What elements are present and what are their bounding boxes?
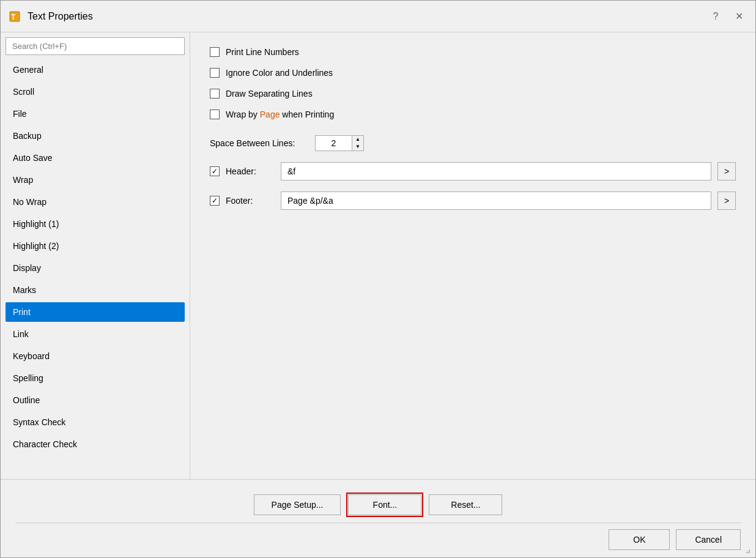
sidebar-item-link[interactable]: Link xyxy=(6,324,185,344)
help-button[interactable]: ? xyxy=(706,7,725,26)
space-between-lines-label: Space Between Lines: xyxy=(210,138,308,148)
sidebar-item-backup[interactable]: Backup xyxy=(6,126,185,146)
cancel-button[interactable]: Cancel xyxy=(676,529,741,550)
header-label: Header: xyxy=(226,166,275,176)
print-line-numbers-checkbox[interactable] xyxy=(210,47,220,57)
svg-text:T: T xyxy=(11,13,16,21)
space-between-lines-spinner: ▲ ▼ xyxy=(315,135,364,151)
sidebar-item-highlight1[interactable]: Highlight (1) xyxy=(6,214,185,234)
ignore-color-checkbox[interactable] xyxy=(210,68,220,78)
sidebar-item-marks[interactable]: Marks xyxy=(6,280,185,300)
sidebar-item-highlight2[interactable]: Highlight (2) xyxy=(6,236,185,256)
resize-handle[interactable]: ⊿ xyxy=(746,548,754,556)
sidebar-item-keyboard[interactable]: Keyboard xyxy=(6,346,185,366)
search-input[interactable] xyxy=(6,37,185,55)
header-arrow-button[interactable]: > xyxy=(717,162,736,180)
sidebar-item-file[interactable]: File xyxy=(6,104,185,124)
ignore-color-row: Ignore Color and Underlines xyxy=(210,68,736,78)
wrap-by-page-row: Wrap by Page when Printing xyxy=(210,110,736,119)
ignore-color-label: Ignore Color and Underlines xyxy=(226,68,333,78)
font-button[interactable]: Font... xyxy=(348,494,421,515)
sidebar-item-no-wrap[interactable]: No Wrap xyxy=(6,192,185,212)
draw-separating-label: Draw Separating Lines xyxy=(226,89,313,99)
action-buttons: Page Setup... Font... Reset... xyxy=(15,487,741,523)
close-button[interactable]: ✕ xyxy=(730,7,748,26)
spinner-up-button[interactable]: ▲ xyxy=(352,136,363,143)
ok-cancel-row: OK Cancel xyxy=(15,523,741,550)
sidebar-item-character-check[interactable]: Character Check xyxy=(6,434,185,454)
sidebar-item-auto-save[interactable]: Auto Save xyxy=(6,148,185,168)
space-between-lines-input[interactable] xyxy=(315,135,352,151)
footer-label: Footer: xyxy=(226,196,275,206)
spinner-down-button[interactable]: ▼ xyxy=(352,143,363,151)
reset-button[interactable]: Reset... xyxy=(429,494,502,515)
sidebar-item-syntax-check[interactable]: Syntax Check xyxy=(6,412,185,432)
wrap-highlight: Page xyxy=(260,110,280,119)
bottom-bar: Page Setup... Font... Reset... OK Cancel xyxy=(1,479,755,557)
text-properties-dialog: T Text Properties ? ✕ General Scroll Fil… xyxy=(0,0,756,558)
title-bar-buttons: ? ✕ xyxy=(706,7,748,26)
sidebar-item-wrap[interactable]: Wrap xyxy=(6,170,185,190)
wrap-by-page-label: Wrap by Page when Printing xyxy=(226,110,334,119)
draw-separating-row: Draw Separating Lines xyxy=(210,89,736,99)
draw-separating-checkbox[interactable] xyxy=(210,89,220,99)
header-checkbox[interactable] xyxy=(210,166,220,176)
dialog-title: Text Properties xyxy=(28,11,700,22)
page-setup-button[interactable]: Page Setup... xyxy=(254,494,341,515)
footer-row: Footer: > xyxy=(210,192,736,210)
sidebar-item-outline[interactable]: Outline xyxy=(6,390,185,410)
sidebar: General Scroll File Backup Auto Save Wra… xyxy=(1,32,190,479)
footer-arrow-button[interactable]: > xyxy=(717,192,736,210)
header-input[interactable] xyxy=(281,162,711,180)
dialog-body: General Scroll File Backup Auto Save Wra… xyxy=(1,32,755,479)
wrap-by-page-checkbox[interactable] xyxy=(210,110,220,119)
print-line-numbers-row: Print Line Numbers xyxy=(210,47,736,57)
footer-checkbox[interactable] xyxy=(210,196,220,206)
print-content: Print Line Numbers Ignore Color and Unde… xyxy=(190,32,755,479)
title-bar: T Text Properties ? ✕ xyxy=(1,1,755,32)
sidebar-item-general[interactable]: General xyxy=(6,60,185,80)
space-between-lines-row: Space Between Lines: ▲ ▼ xyxy=(210,135,736,151)
header-row: Header: > xyxy=(210,162,736,180)
sidebar-item-spelling[interactable]: Spelling xyxy=(6,368,185,388)
sidebar-item-display[interactable]: Display xyxy=(6,258,185,278)
sidebar-item-scroll[interactable]: Scroll xyxy=(6,82,185,102)
app-icon: T xyxy=(8,10,21,23)
sidebar-item-print[interactable]: Print xyxy=(6,302,185,322)
print-line-numbers-label: Print Line Numbers xyxy=(226,47,299,57)
ok-button[interactable]: OK xyxy=(609,529,670,550)
spinner-buttons: ▲ ▼ xyxy=(352,135,364,151)
footer-input[interactable] xyxy=(281,192,711,210)
